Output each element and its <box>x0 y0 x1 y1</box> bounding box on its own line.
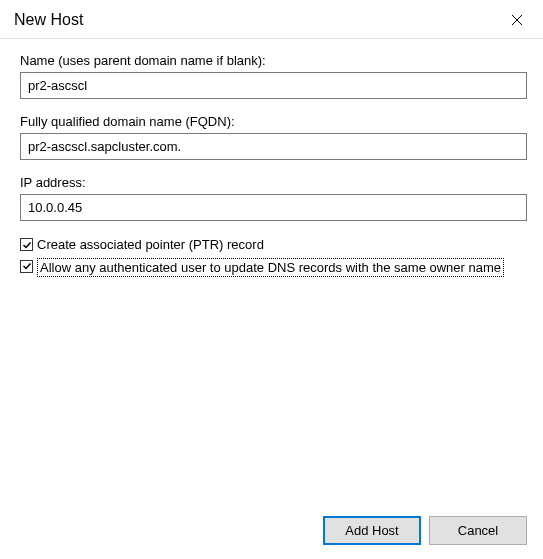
checkmark-icon <box>22 240 32 250</box>
add-host-button[interactable]: Add Host <box>323 516 421 545</box>
dialog-content: Name (uses parent domain name if blank):… <box>0 39 543 277</box>
fqdn-input <box>20 133 527 160</box>
button-bar: Add Host Cancel <box>323 516 527 545</box>
fqdn-label: Fully qualified domain name (FQDN): <box>20 114 527 129</box>
dialog-title: New Host <box>14 11 83 29</box>
name-label: Name (uses parent domain name if blank): <box>20 53 527 68</box>
checkmark-icon <box>22 261 32 271</box>
allow-update-checkbox[interactable] <box>20 260 33 273</box>
ptr-checkbox[interactable] <box>20 238 33 251</box>
allow-update-checkbox-row[interactable]: Allow any authenticated user to update D… <box>20 258 527 278</box>
ip-input[interactable] <box>20 194 527 221</box>
ip-label: IP address: <box>20 175 527 190</box>
title-bar: New Host <box>0 0 543 39</box>
ptr-checkbox-row[interactable]: Create associated pointer (PTR) record <box>20 236 527 254</box>
allow-update-checkbox-label: Allow any authenticated user to update D… <box>37 258 527 278</box>
ptr-checkbox-label: Create associated pointer (PTR) record <box>37 236 527 254</box>
name-input[interactable] <box>20 72 527 99</box>
close-icon <box>511 14 523 26</box>
focus-indicator: Allow any authenticated user to update D… <box>37 258 504 278</box>
close-button[interactable] <box>503 8 531 32</box>
cancel-button[interactable]: Cancel <box>429 516 527 545</box>
